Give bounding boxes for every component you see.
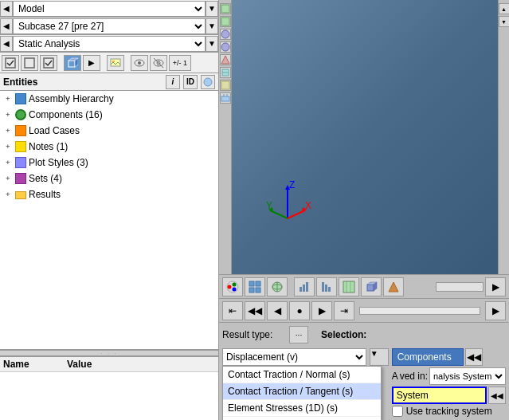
toolbar-checkbox2[interactable] bbox=[21, 55, 38, 71]
toolbar-image[interactable] bbox=[107, 55, 124, 71]
analysis-select[interactable]: Static Analysis bbox=[13, 36, 206, 52]
svg-rect-41 bbox=[256, 288, 260, 292]
tree-item-notes[interactable]: + Notes (1) bbox=[0, 139, 218, 155]
playback-scroll-right[interactable]: ▶ bbox=[485, 301, 506, 320]
result-type-row: Result type: ··· Selection: bbox=[219, 323, 509, 343]
right-strip-icon-1[interactable]: ▲ bbox=[499, 3, 510, 14]
strip-icon-7[interactable] bbox=[220, 80, 231, 91]
name-value-panel: Name Value bbox=[0, 356, 218, 420]
strip-icon-2[interactable] bbox=[220, 16, 231, 27]
entities-action-btn[interactable] bbox=[201, 75, 215, 89]
subcase-nav-prev[interactable]: ◀ bbox=[0, 18, 13, 34]
anim-color-btn[interactable] bbox=[222, 277, 243, 296]
tree-text-notes: Notes (1) bbox=[29, 141, 68, 152]
tree-text-load-cases: Load Cases bbox=[29, 125, 80, 136]
strip-icon-4[interactable] bbox=[220, 41, 231, 53]
selection-value-btn[interactable]: Components bbox=[392, 348, 464, 366]
tree-item-sets[interactable]: + Sets (4) bbox=[0, 171, 218, 186]
strip-icon-6[interactable] bbox=[220, 67, 231, 78]
right-strip-icon-2[interactable]: ▼ bbox=[499, 16, 510, 27]
subcase-nav-next[interactable]: ▼ bbox=[206, 18, 218, 34]
tracking-label: Use tracking system bbox=[406, 406, 492, 417]
tree-expand-components[interactable]: + bbox=[3, 110, 13, 120]
play-to-end[interactable]: ⇥ bbox=[334, 301, 354, 320]
selection-nav-btn[interactable]: ◀◀ bbox=[465, 348, 483, 366]
anim-bar2-btn[interactable] bbox=[316, 277, 337, 296]
strip-icon-8[interactable] bbox=[220, 92, 231, 104]
model-nav-next[interactable]: ▼ bbox=[206, 1, 218, 17]
toolbar-checkbox1[interactable] bbox=[2, 55, 19, 71]
entities-info-btn[interactable]: i bbox=[166, 75, 180, 89]
entities-id-btn[interactable]: ID bbox=[183, 75, 198, 89]
system-value-box: System bbox=[392, 387, 487, 404]
result-type-select[interactable]: Displacement (v) bbox=[222, 348, 366, 366]
strip-icon-5[interactable] bbox=[220, 54, 231, 65]
play-prev[interactable]: ◀◀ bbox=[245, 301, 265, 320]
resolved-select[interactable]: nalysis System bbox=[429, 367, 506, 385]
tracking-checkbox[interactable] bbox=[392, 406, 403, 417]
anim-arrow-btn[interactable] bbox=[383, 277, 404, 296]
tree-icon-plot-styles bbox=[14, 156, 27, 169]
tree-expand-sets[interactable]: + bbox=[3, 174, 13, 183]
analysis-nav-prev[interactable]: ◀ bbox=[0, 36, 13, 52]
model-nav-prev[interactable]: ◀ bbox=[0, 1, 13, 17]
anim-scroll-right[interactable]: ▶ bbox=[485, 277, 506, 296]
result-ellipsis-btn[interactable]: ··· bbox=[289, 326, 308, 343]
tree-item-components[interactable]: + Components (16) bbox=[0, 107, 218, 123]
tree-expand-notes[interactable]: + bbox=[3, 142, 13, 151]
anim-3d-btn[interactable] bbox=[267, 277, 288, 296]
anim-bar-btn[interactable] bbox=[294, 277, 315, 296]
play-back[interactable]: ◀ bbox=[267, 301, 288, 320]
toolbar-checkbox3[interactable] bbox=[40, 55, 57, 71]
anim-3dbox-btn[interactable] bbox=[361, 277, 382, 296]
svg-text:Y: Y bbox=[266, 200, 272, 211]
analysis-nav-next[interactable]: ▼ bbox=[206, 36, 218, 52]
tree-expand-assembly[interactable]: + bbox=[3, 94, 13, 104]
toolbar-eye1[interactable] bbox=[131, 55, 148, 71]
tree-expand-plot-styles[interactable]: + bbox=[3, 158, 13, 167]
strip-icon-3[interactable] bbox=[220, 29, 231, 40]
subcase-dropdown-row: ◀ Subcase 27 [pre 27] ▼ bbox=[0, 18, 218, 35]
tree-icon-sets bbox=[14, 172, 27, 185]
result-arrow-btn[interactable]: ▼ bbox=[370, 348, 389, 366]
play-forward[interactable]: ▶ bbox=[311, 301, 332, 320]
dropdown-list: Contact Traction / Normal (s) Contact Tr… bbox=[222, 366, 382, 420]
tree-text-assembly: Assembly Hierarchy bbox=[29, 93, 114, 104]
toolbar-arrow[interactable]: ▶ bbox=[83, 55, 100, 71]
toolbar-cube[interactable] bbox=[64, 55, 81, 71]
tree-text-components: Components (16) bbox=[29, 109, 103, 120]
svg-rect-2 bbox=[44, 58, 53, 68]
tree-item-plot-styles[interactable]: + Plot Styles (3) bbox=[0, 155, 218, 171]
svg-rect-49 bbox=[325, 285, 327, 292]
svg-text:X: X bbox=[305, 200, 311, 211]
anim-scroll[interactable] bbox=[436, 282, 484, 292]
dropdown-item-contact-tangent[interactable]: Contact Traction / Tangent (s) bbox=[223, 383, 381, 400]
svg-rect-45 bbox=[300, 287, 302, 292]
tree-expand-load-cases[interactable]: + bbox=[3, 126, 13, 135]
viewport[interactable]: Z Y X bbox=[232, 0, 498, 274]
svg-point-37 bbox=[233, 287, 237, 291]
name-col-header: Name bbox=[3, 359, 67, 370]
anim-grid-btn[interactable] bbox=[245, 277, 265, 296]
dropdown-item-contact-normal[interactable]: Contact Traction / Normal (s) bbox=[223, 367, 381, 383]
play-to-start[interactable]: ⇤ bbox=[222, 301, 243, 320]
resolved-label: A bbox=[392, 371, 398, 382]
strip-icon-1[interactable] bbox=[220, 3, 231, 14]
model-select[interactable]: Model bbox=[13, 1, 206, 17]
play-pause[interactable]: ● bbox=[289, 301, 310, 320]
tree-expand-results[interactable]: + bbox=[3, 190, 13, 199]
tree-item-load-cases[interactable]: + Load Cases bbox=[0, 123, 218, 139]
system-nav-btn[interactable]: ◀◀ bbox=[488, 387, 506, 404]
viewport-bg bbox=[232, 0, 498, 274]
tree-icon-assembly bbox=[14, 92, 27, 105]
dropdown-item-gasket-sealing[interactable]: Gasket Sealing Status (s) bbox=[223, 417, 381, 420]
anim-map-btn[interactable] bbox=[339, 277, 359, 296]
dropdown-item-element-stresses[interactable]: Element Stresses (1D) (s) bbox=[223, 400, 381, 417]
subcase-select[interactable]: Subcase 27 [pre 27] bbox=[13, 18, 206, 34]
resize-bar[interactable]: · · · bbox=[0, 350, 218, 356]
tree-item-results[interactable]: + Results bbox=[0, 186, 218, 202]
toolbar-eye2[interactable] bbox=[150, 55, 167, 71]
tree-item-assembly[interactable]: + Assembly Hierarchy bbox=[0, 91, 218, 107]
playback-slider[interactable] bbox=[359, 307, 480, 315]
toolbar-counter[interactable]: +/- 1 bbox=[169, 55, 191, 71]
